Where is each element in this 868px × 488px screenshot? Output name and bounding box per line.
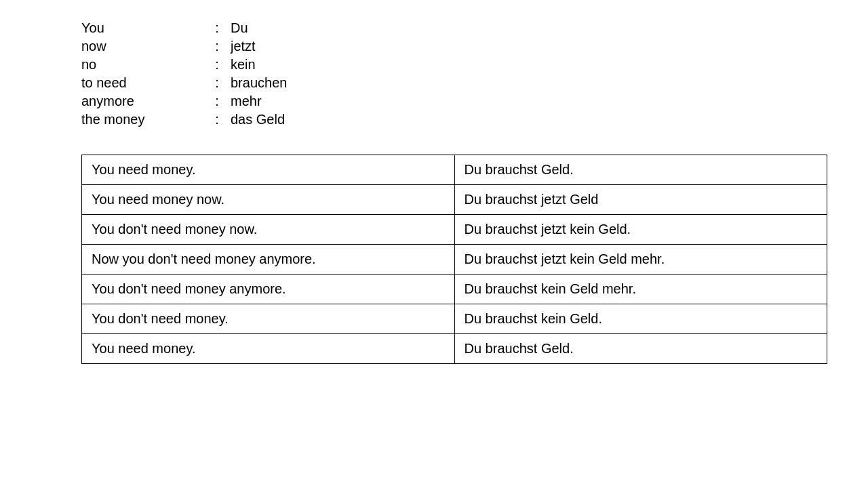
vocab-row: no:kein — [81, 57, 841, 73]
table-cell-english: You don't need money. — [82, 304, 455, 334]
table-cell-english: You need money. — [82, 334, 455, 364]
table-row: You need money now.Du brauchst jetzt Gel… — [82, 185, 827, 215]
vocab-german: brauchen — [231, 75, 287, 91]
table-cell-german: Du brauchst jetzt kein Geld. — [454, 215, 827, 245]
vocab-german: kein — [231, 57, 256, 73]
table-cell-german: Du brauchst jetzt Geld — [454, 185, 827, 215]
table-row: You need money.Du brauchst Geld. — [82, 155, 827, 185]
vocab-english: now — [81, 39, 203, 54]
table-row: You don't need money.Du brauchst kein Ge… — [82, 304, 827, 334]
vocab-row: the money:das Geld — [81, 112, 841, 127]
vocab-english: the money — [81, 112, 203, 127]
vocab-colon: : — [203, 20, 231, 36]
vocab-english: no — [81, 57, 203, 73]
vocab-colon: : — [203, 94, 231, 109]
table-cell-english: You need money. — [82, 155, 455, 185]
table-cell-german: Du brauchst Geld. — [454, 334, 827, 364]
table-cell-english: You don't need money anymore. — [82, 274, 455, 304]
translation-table: You need money.Du brauchst Geld.You need… — [81, 155, 827, 364]
table-row: You don't need money anymore.Du brauchst… — [82, 274, 827, 304]
table-cell-english: You need money now. — [82, 185, 455, 215]
vocab-colon: : — [203, 112, 231, 127]
vocab-colon: : — [203, 75, 231, 91]
page-container: You:Dunow:jetztno:keinto need:brauchenan… — [0, 0, 868, 378]
table-cell-german: Du brauchst kein Geld mehr. — [454, 274, 827, 304]
vocab-row: You:Du — [81, 20, 841, 36]
vocab-colon: : — [203, 39, 231, 54]
vocab-list: You:Dunow:jetztno:keinto need:brauchenan… — [81, 20, 841, 127]
table-cell-english: You don't need money now. — [82, 215, 455, 245]
vocab-row: to need:brauchen — [81, 75, 841, 91]
vocab-colon: : — [203, 57, 231, 73]
table-cell-german: Du brauchst jetzt kein Geld mehr. — [454, 245, 827, 274]
table-row: Now you don't need money anymore.Du brau… — [82, 245, 827, 274]
table-cell-english: Now you don't need money anymore. — [82, 245, 455, 274]
vocab-english: to need — [81, 75, 203, 91]
table-cell-german: Du brauchst Geld. — [454, 155, 827, 185]
vocab-german: jetzt — [231, 39, 256, 54]
table-row: You need money.Du brauchst Geld. — [82, 334, 827, 364]
vocab-german: mehr — [231, 94, 262, 109]
vocab-row: now:jetzt — [81, 39, 841, 54]
vocab-german: Du — [231, 20, 248, 36]
vocab-english: anymore — [81, 94, 203, 109]
vocab-row: anymore:mehr — [81, 94, 841, 109]
table-cell-german: Du brauchst kein Geld. — [454, 304, 827, 334]
vocab-german: das Geld — [231, 112, 285, 127]
vocab-english: You — [81, 20, 203, 36]
table-row: You don't need money now.Du brauchst jet… — [82, 215, 827, 245]
